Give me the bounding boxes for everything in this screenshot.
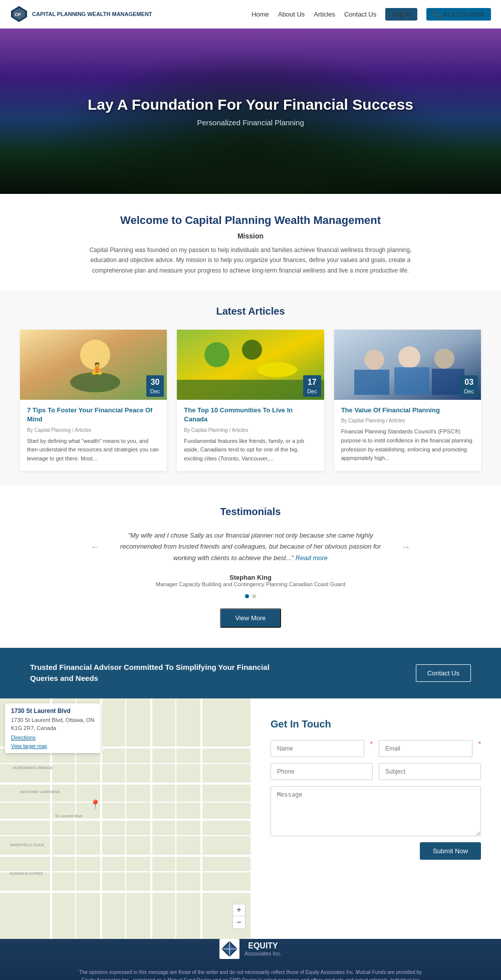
article-title-1: 7 Tips To Foster Your Financial Peace Of… [27,406,160,424]
testimonials-title: Testimonials [40,506,461,518]
articles-title: Latest Articles [20,306,481,317]
article-image-1: 🧘 30 Dec [20,330,167,400]
map-address-line1: 1730 St Laurent Blvd, Ottawa, ON [11,716,94,724]
nav-contact[interactable]: Contact Us [344,11,376,18]
nav-home[interactable]: Home [252,11,269,18]
article-meta-1: By Capital Planning / Articles [27,427,160,433]
footer-logo-area: EQUITY Associates Inc. [20,939,481,959]
svg-text:CP: CP [15,12,21,17]
article-image-3: 03 Dec [334,330,481,400]
map-zoom-in[interactable]: + [233,904,245,916]
message-input[interactable] [271,786,481,836]
equity-icon [219,939,239,959]
article-date-3: 03 Dec [460,375,478,397]
svg-point-14 [398,346,420,368]
svg-point-10 [242,340,262,360]
logo[interactable]: CP CAPITAL PLANNING WEALTH MANAGEMENT [10,5,152,23]
article-card-3[interactable]: 03 Dec The Value Of Financial Planning B… [334,330,481,471]
navigation: CP CAPITAL PLANNING WEALTH MANAGEMENT Ho… [0,0,501,29]
read-more-link[interactable]: Read more [296,554,328,562]
article-date-1: 30 Dec [146,375,164,397]
view-more-button[interactable]: View More [220,608,281,628]
article-image-2: 17 Dec [177,330,324,400]
svg-point-5 [70,372,120,392]
svg-rect-17 [394,367,429,395]
svg-rect-8 [177,380,324,400]
submit-button[interactable]: Submit Now [420,842,481,860]
footer: EQUITY Associates Inc. The opinions expr… [0,939,501,980]
equity-name: EQUITY [244,941,282,950]
testimonial-next[interactable]: → [401,541,411,553]
svg-point-11 [257,362,297,377]
equity-logo: EQUITY Associates Inc. [219,939,282,959]
svg-point-15 [434,349,454,369]
login-button[interactable]: Log In [385,8,417,21]
testimonials-section: Testimonials ← "My wife and I chose Sall… [0,486,501,647]
svg-point-13 [364,350,384,370]
equity-inc: Associates Inc. [244,950,282,956]
mission-heading: Mission [40,232,461,240]
articles-section: Latest Articles 🧘 [0,291,501,486]
welcome-section: Welcome to Capital Planning Wealth Manag… [0,194,501,291]
hero-section: Lay A Foundation For Your Financial Succ… [0,29,501,194]
hero-subtitle: Personalized Financial Planning [88,118,413,127]
svg-rect-16 [354,370,389,395]
contact-form: * * Submit Now [271,740,481,860]
map-info-box: 1730 St Laurent Blvd 1730 St Laurent Blv… [5,703,100,753]
article-date-2: 17 Dec [303,375,321,397]
article-title-2: The Top 10 Communities To Live In Canada [184,406,317,424]
name-input[interactable] [271,740,364,757]
testimonial-nav: ← "My wife and I chose Sally as our fina… [40,530,461,563]
map-zoom-out[interactable]: − [233,916,245,928]
article-excerpt-1: Start by defining what "wealth" means to… [27,437,160,463]
testimonial-prev[interactable]: ← [90,541,100,553]
testimonial-quote: "My wife and I chose Sally as our financ… [110,530,391,563]
map-side: St Laurent Blvd HURDMAN'S BRIDGE EASTWAY… [0,698,250,939]
article-meta-2: By Capital Planning / Articles [184,427,317,433]
article-card-2[interactable]: 17 Dec The Top 10 Communities To Live In… [177,330,324,471]
logo-text: CAPITAL PLANNING WEALTH MANAGEMENT [32,11,152,18]
welcome-title: Welcome to Capital Planning Wealth Manag… [40,214,461,227]
map-address-line2: K1G 2R7, Canada [11,724,94,732]
cta-text: Trusted Financial Advisor Committed To S… [30,662,271,684]
welcome-body: Capital Planning was founded on my passi… [85,245,416,276]
map-contact-section: St Laurent Blvd HURDMAN'S BRIDGE EASTWAY… [0,698,501,939]
contact-title: Get In Touch [271,718,481,730]
contact-side: Get In Touch * * Submit Now [250,698,501,939]
article-card-1[interactable]: 🧘 30 Dec 7 Tips To Foster Your Financial… [20,330,167,471]
email-input[interactable] [379,740,472,757]
article-excerpt-3: Financial Planning Standards Council's (… [341,427,474,462]
footer-disclaimer: The opinions expressed in this message a… [75,968,426,980]
svg-rect-18 [432,369,464,395]
dot-2[interactable] [252,594,256,598]
nav-about[interactable]: About Us [278,11,305,18]
hero-title: Lay A Foundation For Your Financial Succ… [88,96,413,113]
phone-input[interactable] [271,763,373,780]
article-meta-3: By Capital Planning / Articles [341,418,474,423]
articles-grid: 🧘 30 Dec 7 Tips To Foster Your Financial… [20,330,481,471]
svg-text:🧘: 🧘 [90,362,104,375]
cta-banner: Trusted Financial Advisor Committed To S… [0,648,501,698]
view-larger-link[interactable]: View larger map [11,744,94,749]
directions-link[interactable]: Directions [11,734,94,741]
map-address-title: 1730 St Laurent Blvd [11,707,94,714]
article-title-3: The Value Of Financial Planning [341,406,474,415]
cta-contact-button[interactable]: Contact Us [416,664,471,682]
testimonial-dots [40,594,461,598]
phone-button[interactable]: 📞 613-220-0268 [426,8,491,21]
nav-articles[interactable]: Articles [314,11,335,18]
nav-links: Home About Us Articles Contact Us Log In… [252,8,491,21]
article-excerpt-2: Fundamental features like friends, famil… [184,437,317,463]
testimonial-role: Manager Capacity Building and Contingenc… [40,581,461,587]
testimonial-author: Stephan King [40,574,461,581]
svg-point-9 [204,342,229,367]
dot-1[interactable] [245,594,249,598]
subject-input[interactable] [379,763,481,780]
